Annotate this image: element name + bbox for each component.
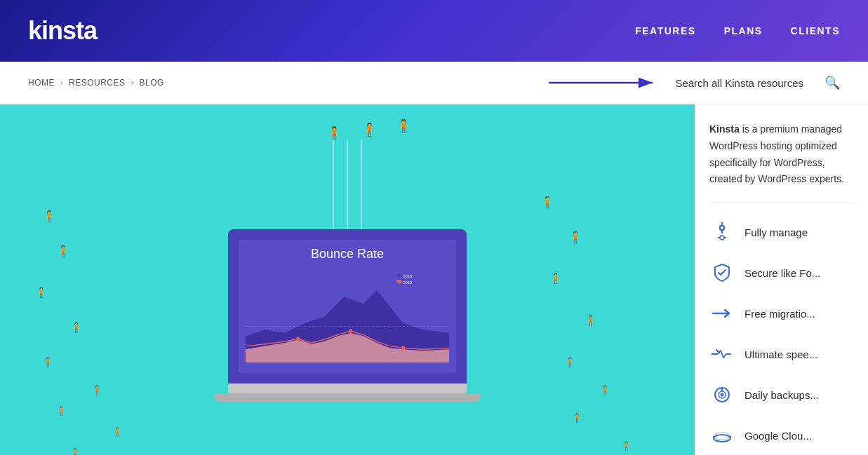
- main-content: 🧍 🧍 🧍 🧍 🧍 🧍 🧍 🧍 🧍 🧍 🧍 🧍: [0, 104, 868, 455]
- breadcrumb-sep-2: ›: [131, 78, 134, 88]
- chart-title: Bounce Rate: [246, 247, 449, 262]
- cloud-icon: [709, 423, 735, 448]
- feature-fully-manage: Fully manage: [709, 219, 854, 245]
- hero-section: 🧍 🧍 🧍 🧍 🧍 🧍 🧍 🧍 🧍 🧍 🧍 🧍: [0, 104, 695, 455]
- feature-fully-manage-label: Fully manage: [745, 226, 808, 238]
- feature-secure: Secure like Fo...: [709, 260, 854, 285]
- laptop-base: [228, 383, 467, 393]
- svg-point-17: [720, 236, 724, 240]
- svg-point-7: [349, 329, 353, 333]
- laptop-screen-inner: Bounce Rate: [239, 240, 456, 373]
- svg-rect-11: [396, 280, 401, 283]
- feature-backup-label: Daily backups...: [745, 389, 819, 401]
- person-right-7: 🧍: [572, 413, 582, 423]
- person-left-1: 🧍: [42, 210, 56, 223]
- person-left-3: 🧍: [35, 287, 47, 298]
- feature-cloud: Google Clou...: [709, 423, 854, 448]
- svg-point-8: [401, 346, 406, 350]
- settings-icon: [709, 219, 735, 245]
- person-left-6: 🧍: [91, 385, 102, 395]
- breadcrumb-sep-1: ›: [60, 78, 63, 88]
- search-area: Search all Kinsta resources 🔍: [549, 74, 840, 91]
- svg-text:2018: 2018: [403, 274, 412, 278]
- nav-features[interactable]: FEATURES: [635, 25, 695, 36]
- migration-icon: [709, 301, 735, 326]
- person-right-2: 🧍: [568, 231, 582, 244]
- search-arrow-indicator: [549, 74, 661, 91]
- person-fig-3: 🧍: [396, 118, 411, 134]
- breadcrumb: HOME › RESOURCES › BLOG: [28, 78, 164, 88]
- sidebar-brand: Kinsta: [709, 123, 740, 135]
- person-left-8: 🧍: [112, 427, 123, 437]
- person-fig-2: 🧍: [361, 122, 377, 137]
- feature-secure-label: Secure like Fo...: [745, 267, 820, 279]
- feature-migration: Free migratio...: [709, 301, 854, 326]
- sidebar-intro: Kinsta is a premium managed WordPress ho…: [709, 121, 854, 203]
- feature-migration-label: Free migratio...: [745, 308, 815, 320]
- feature-cloud-label: Google Clou...: [745, 430, 812, 442]
- arrow-svg: [549, 74, 661, 91]
- breadcrumb-blog[interactable]: BLOG: [140, 78, 164, 88]
- laptop-screen: Bounce Rate: [228, 229, 467, 383]
- person-left-7: 🧍: [56, 406, 67, 416]
- nav-clients[interactable]: CLIENTS: [791, 25, 840, 36]
- laptop-mockup: Bounce Rate: [228, 229, 467, 402]
- bounce-rate-chart: 2018 2019: [246, 267, 449, 366]
- main-nav: FEATURES PLANS CLIENTS: [635, 25, 840, 36]
- person-right-1: 🧍: [540, 196, 554, 209]
- header: kinsta FEATURES PLANS CLIENTS: [0, 0, 868, 62]
- svg-point-24: [721, 393, 724, 397]
- feature-speed-label: Ultimate spee...: [745, 348, 817, 360]
- search-button[interactable]: 🔍: [824, 75, 840, 90]
- svg-point-6: [296, 337, 300, 341]
- backup-icon: [709, 382, 735, 407]
- person-left-4: 🧍: [70, 322, 82, 333]
- svg-point-14: [721, 226, 723, 229]
- shield-icon: [709, 260, 735, 285]
- person-right-5: 🧍: [564, 357, 575, 367]
- search-label: Search all Kinsta resources: [675, 77, 803, 89]
- chart-area: 2018 2019: [246, 267, 449, 366]
- person-fig-1: 🧍: [326, 125, 342, 141]
- person-left-2: 🧍: [56, 245, 70, 258]
- svg-point-25: [714, 435, 730, 442]
- feature-backup: Daily backups...: [709, 382, 854, 407]
- sidebar: Kinsta is a premium managed WordPress ho…: [695, 104, 868, 455]
- feature-list: Fully manage Secure like Fo...: [709, 219, 854, 448]
- feature-speed: Ultimate spee...: [709, 341, 854, 367]
- breadcrumb-resources[interactable]: RESOURCES: [69, 78, 126, 88]
- breadcrumb-bar: HOME › RESOURCES › BLOG Search all Kinst…: [0, 62, 868, 104]
- person-right-4: 🧍: [585, 315, 596, 326]
- person-right-3: 🧍: [549, 273, 561, 284]
- logo: kinsta: [28, 16, 97, 46]
- person-left-9: 🧍: [70, 448, 80, 455]
- person-left-5: 🧍: [42, 357, 53, 367]
- laptop-bottom: [214, 393, 481, 402]
- breadcrumb-home[interactable]: HOME: [28, 78, 55, 88]
- speed-icon: [709, 341, 735, 367]
- person-right-6: 🧍: [599, 385, 610, 395]
- svg-text:2019: 2019: [403, 280, 412, 284]
- nav-plans[interactable]: PLANS: [724, 25, 763, 36]
- svg-rect-9: [396, 273, 401, 277]
- person-right-8: 🧍: [621, 441, 632, 451]
